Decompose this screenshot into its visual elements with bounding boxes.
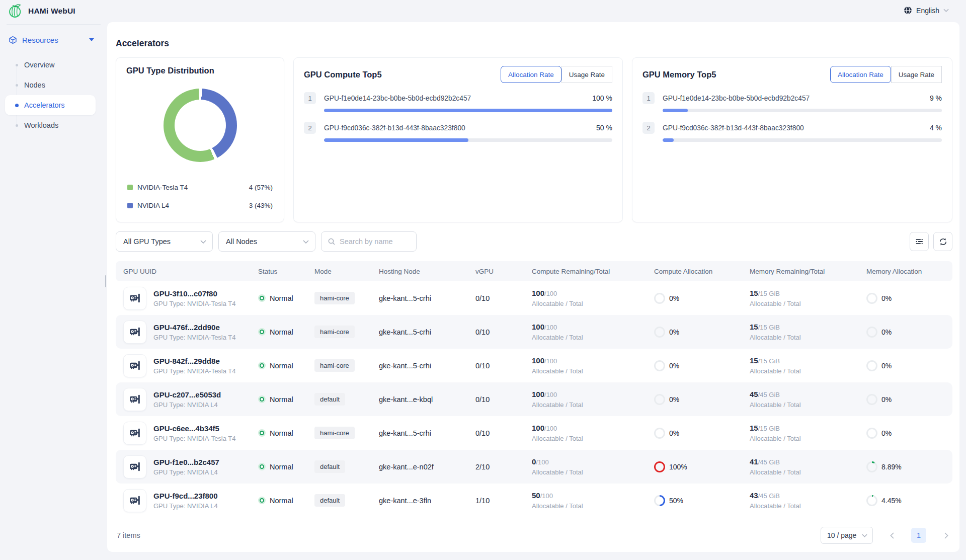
compute-allocation-ring <box>654 428 665 439</box>
memory-allocatable: 15 <box>750 424 758 432</box>
gpu-uuid: GPU-f9cd036c-382f-b13d-443f-8baac323f800 <box>663 124 804 132</box>
page-number-button[interactable]: 1 <box>911 528 926 543</box>
table-row[interactable]: GPU-f9cd...23f800 GPU Type: NVIDIA L4 No… <box>116 484 952 517</box>
table-header: GPU UUID Status Mode Hosting Node vGPU C… <box>116 261 952 281</box>
memory-allocation-value: 4.45% <box>881 497 902 505</box>
page-size-select[interactable]: 10 / page <box>821 527 873 544</box>
prev-page-button[interactable] <box>886 532 898 539</box>
main-panel: Accelerators GPU Type Distribution NVIDI… <box>107 22 959 552</box>
rate-toggle-button[interactable]: Allocation Rate <box>501 66 561 83</box>
compute-allocation-ring <box>654 461 665 472</box>
hosting-node-cell: gke-kant...5-crhi <box>379 362 475 370</box>
vgpu-cell: 0/10 <box>475 294 532 302</box>
memory-remaining-cell: 43/45 GiB Allocatable / Total <box>750 491 866 510</box>
status-ok-icon <box>258 328 266 336</box>
table-row[interactable]: GPU-c207...e5053d GPU Type: NVIDIA L4 No… <box>116 382 952 416</box>
memory-allocation-ring <box>866 394 877 405</box>
rate-progress-bar <box>324 109 612 112</box>
next-page-button[interactable] <box>940 532 952 539</box>
rate-toggle-button[interactable]: Usage Rate <box>561 66 612 83</box>
mode-tag: default <box>314 460 345 473</box>
compute-allocation-value: 0% <box>669 395 679 404</box>
sidebar-item[interactable]: Accelerators <box>5 95 96 115</box>
caret-down-icon <box>89 38 94 41</box>
rate-value: 100 % <box>592 94 612 102</box>
gpu-uuid: GPU-c207...e5053d <box>153 390 221 399</box>
memory-total: /45 GiB <box>758 391 780 398</box>
node-select[interactable]: All Nodes <box>218 231 315 252</box>
hosting-node-cell: gke-kant...5-crhi <box>379 328 475 336</box>
status-ok-icon <box>258 395 266 403</box>
sidebar-item[interactable]: Overview <box>5 55 96 75</box>
gpu-type-select[interactable]: All GPU Types <box>116 231 213 252</box>
rate-toggle-button[interactable]: Allocation Rate <box>830 66 891 83</box>
refresh-icon <box>939 237 947 246</box>
sidebar-item[interactable]: Nodes <box>5 75 96 95</box>
status-text: Normal <box>270 362 293 370</box>
allocatable-total-label: Allocatable / Total <box>532 367 654 375</box>
sidebar: Resources Overview Nodes Accelerators <box>0 22 107 560</box>
legend-label: NVIDIA L4 <box>137 202 169 209</box>
sidebar-item-label: Nodes <box>24 81 45 89</box>
rank-badge: 1 <box>304 92 316 104</box>
status-ok-icon <box>258 463 266 470</box>
sidebar-item-label: Accelerators <box>24 101 65 109</box>
memory-allocation-value: 0% <box>881 429 892 437</box>
mode-cell: hami-core <box>314 427 379 439</box>
rate-progress-bar <box>663 109 942 112</box>
gpu-card-icon <box>123 321 146 344</box>
gpu-card-icon <box>123 455 146 478</box>
rate-progress-bar <box>324 138 612 142</box>
compute-allocation-ring <box>654 327 665 338</box>
table-row[interactable]: GPU-3f10...c07f80 GPU Type: NVIDIA-Tesla… <box>116 281 952 315</box>
sidebar-item[interactable]: Workloads <box>5 115 96 135</box>
compute-allocation-value: 100% <box>669 463 687 471</box>
search-input[interactable] <box>340 237 410 246</box>
table-row[interactable]: GPU-842f...29dd8e GPU Type: NVIDIA-Tesla… <box>116 349 952 382</box>
rate-toggle-button[interactable]: Usage Rate <box>891 66 942 83</box>
top5-row: 1 GPU-f1e0de14-23bc-b0be-5b0d-ecbd92b2c4… <box>304 92 612 112</box>
search-box <box>321 231 417 252</box>
gpu-type: GPU Type: NVIDIA L4 <box>153 401 221 409</box>
vgpu-cell: 0/10 <box>475 429 532 437</box>
memory-total: /45 GiB <box>758 492 780 500</box>
gpu-card-icon <box>123 287 146 310</box>
memory-allocatable: 15 <box>750 289 758 297</box>
compute-allocation-cell: 0% <box>654 394 750 405</box>
chevron-down-icon <box>200 240 206 244</box>
compute-total: /100 <box>544 425 557 432</box>
table-row[interactable]: GPU-476f...2dd90e GPU Type: NVIDIA-Tesla… <box>116 315 952 349</box>
allocatable-total-label: Allocatable / Total <box>532 435 654 442</box>
gpu-card-icon <box>123 354 146 377</box>
rate-value: 50 % <box>596 124 612 132</box>
table-row[interactable]: GPU-f1e0...b2c457 GPU Type: NVIDIA L4 No… <box>116 450 952 484</box>
scroll-indicator <box>105 275 106 287</box>
mode-tag: hami-core <box>314 427 355 439</box>
memory-total: /15 GiB <box>758 324 780 331</box>
table-row[interactable]: GPU-c6ee...4b34f5 GPU Type: NVIDIA-Tesla… <box>116 416 952 450</box>
compute-allocatable: 100 <box>532 323 544 331</box>
table-body: GPU-3f10...c07f80 GPU Type: NVIDIA-Tesla… <box>116 281 952 517</box>
allocatable-total-label: Allocatable / Total <box>532 468 654 476</box>
legend-swatch <box>127 203 133 208</box>
node-select-value: All Nodes <box>226 237 257 246</box>
status-text: Normal <box>270 328 293 336</box>
status-text: Normal <box>270 395 293 404</box>
compute-allocatable: 100 <box>532 424 544 432</box>
mode-tag: default <box>314 494 345 507</box>
allocatable-total-label: Allocatable / Total <box>750 300 866 307</box>
gpu-uuid: GPU-f1e0...b2c457 <box>153 458 219 466</box>
sidebar-submenu: Overview Nodes Accelerators Workloads <box>0 55 107 135</box>
sidebar-section-resources[interactable]: Resources <box>0 30 107 50</box>
memory-allocation-cell: 8.89% <box>866 461 952 472</box>
mode-cell: default <box>314 460 379 473</box>
compute-remaining-cell: 100/100 Allocatable / Total <box>532 323 654 341</box>
language-switcher[interactable]: English <box>904 6 949 15</box>
gpu-uuid: GPU-f1e0de14-23bc-b0be-5b0d-ecbd92b2c457 <box>324 95 471 102</box>
column-settings-button[interactable] <box>910 232 929 251</box>
status-ok-icon <box>258 362 266 369</box>
compute-allocation-value: 50% <box>669 497 683 505</box>
gpu-type-distribution-card: GPU Type Distribution NVIDIA-Tesla T4 4 … <box>116 57 284 222</box>
memory-allocation-cell: 0% <box>866 394 952 405</box>
refresh-button[interactable] <box>933 232 952 251</box>
